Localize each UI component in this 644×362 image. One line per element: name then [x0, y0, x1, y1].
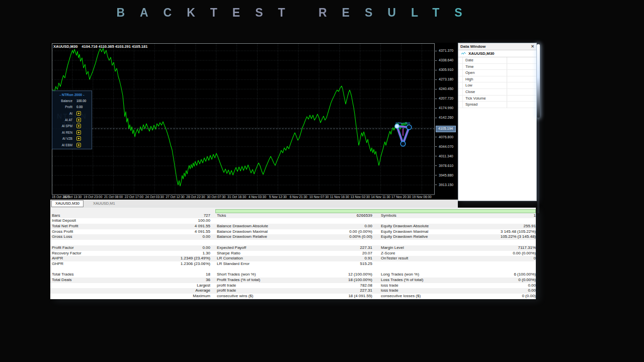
report-label: Balance Drawdown Maximal	[215, 229, 331, 235]
close-icon[interactable]: ✕	[531, 44, 534, 49]
report-value	[331, 218, 372, 224]
price-chart-plot[interactable]: NTRon 2000	[50, 43, 435, 200]
report-label: Balance Drawdown Absolute	[215, 224, 331, 229]
report-value: 3 145.48 (105.22%)	[494, 229, 536, 235]
ai-toggle-icon[interactable]	[76, 118, 81, 122]
scrollbar-glow-lower	[537, 118, 539, 213]
data-window-field-label: Spread	[465, 102, 477, 108]
report-label: Gross Profit	[50, 229, 170, 235]
report-value	[494, 267, 536, 273]
report-value: 18 (100.00%)	[331, 278, 372, 283]
data-window-field-label: Date	[465, 57, 473, 63]
price-axis-label: 4174.990	[435, 106, 453, 110]
ea-field-value: 100.00	[76, 99, 86, 103]
report-label	[379, 261, 494, 267]
chart-tab-strip: XAUUSD,M30 XAUUSD,M1	[50, 200, 458, 208]
scrollbar-glow[interactable]	[537, 44, 540, 118]
report-label: Total Trades	[50, 272, 170, 278]
report-row: Bars727Ticks6266539Symbols1	[50, 213, 536, 219]
report-value: 0.91	[331, 256, 372, 261]
report-value: 20.07	[331, 251, 372, 256]
report-value: 227.31	[331, 288, 372, 294]
tab-xauusd-m1[interactable]: XAUUSD,M1	[90, 201, 119, 207]
time-axis-label: 11 Nov 16:30	[330, 195, 349, 199]
chart-border	[52, 44, 435, 195]
data-window-field-row: Date	[458, 57, 536, 64]
history-quality-progress-bar	[215, 209, 536, 213]
report-value: Average	[170, 288, 210, 294]
ai-module-label: AI SPM	[52, 124, 72, 128]
report-label: consecutive wins ($)	[215, 294, 331, 299]
report-value	[331, 240, 372, 245]
ai-toggle-icon[interactable]	[76, 130, 81, 135]
report-value	[494, 208, 536, 209]
report-label: AHPR	[50, 256, 170, 261]
data-window-field-row: Low	[458, 82, 536, 89]
report-label	[50, 240, 170, 245]
report-value: 0.00	[170, 234, 210, 240]
ai-module-row: AI VZB	[52, 136, 92, 142]
report-value: 36	[170, 278, 210, 283]
report-value: 100%	[170, 208, 210, 209]
data-window-title: Data Window	[460, 44, 486, 49]
report-value: 6 (100.00%)	[494, 272, 536, 278]
time-axis-label: 16 Oct 13:30	[63, 195, 82, 199]
price-axis-label: 4011.340	[435, 154, 453, 158]
ai-module-label: AI EBM	[52, 143, 72, 147]
ai-toggle-icon[interactable]	[76, 124, 81, 128]
ai-toggle-icon[interactable]	[76, 111, 81, 116]
report-value: 255.91	[494, 224, 536, 229]
report-row	[50, 240, 536, 245]
report-label	[379, 218, 494, 224]
report-label: Equity Drawdown Absolute	[379, 224, 494, 229]
time-axis-label: 5 Nov 12:30	[269, 195, 287, 199]
price-axis-label: 4044.070	[435, 145, 453, 149]
data-window-field-label: High	[465, 76, 473, 82]
report-value: 0.00% (0.00)	[331, 234, 372, 240]
time-axis-label: 6 Nov 21:30	[290, 195, 307, 199]
report-value: 227.31	[331, 245, 372, 251]
time-axis-label: 24 Oct 03:30	[145, 195, 164, 199]
data-window-field-row: Time	[458, 64, 536, 70]
report-label: Z-Score	[379, 251, 494, 256]
chart-ohlc-header: XAUUSD,M30 4104.716 4110.365 4103.291 41…	[53, 44, 147, 49]
report-value	[170, 240, 210, 245]
report-label: GHPR	[50, 261, 170, 267]
report-label	[50, 267, 170, 273]
ai-toggle-icon[interactable]	[76, 143, 81, 147]
report-label: LR Correlation	[215, 256, 331, 261]
report-label: Long Trades (won %)	[379, 272, 494, 278]
report-label: Total Net Profit	[50, 224, 170, 229]
report-row: Maximumconsecutive wins ($)18 (4 091.55)…	[50, 294, 536, 299]
data-window-field-label: Close	[465, 89, 475, 95]
time-axis-label: 22 Oct 17:00	[125, 195, 143, 199]
report-label: Profit Factor	[50, 245, 170, 251]
data-window-symbol-row: XAUUSD,M30	[458, 50, 536, 57]
report-value: 1.2349 (23.49%)	[170, 256, 210, 261]
report-value: 1	[494, 213, 536, 219]
backtest-results-page: BACKTEST RESULTS NTRon 2000 XAUUSD,M30 4…	[0, 0, 644, 362]
report-row: Gross Profit4 091.55Balance Drawdown Max…	[50, 229, 536, 235]
report-label	[215, 218, 331, 224]
report-label	[379, 267, 494, 273]
tab-xauusd-m30[interactable]: XAUUSD,M30	[51, 200, 84, 207]
report-value: 0.00	[170, 245, 210, 251]
chart-grid	[52, 44, 434, 194]
report-value: 0	[494, 256, 536, 261]
time-axis-label: 19 Oct 23:00	[84, 195, 102, 199]
ea-field-row: Balance100.00	[52, 98, 92, 104]
backtest-report-table: History Quality100%Bars727Ticks6266539Sy…	[50, 208, 536, 299]
report-value: 4 091.55	[170, 229, 210, 235]
price-axis: 4105.194 4371.3704338.6404305.9104273.18…	[435, 43, 458, 200]
report-label: Recovery Factor	[50, 251, 170, 256]
report-row: Recovery Factor1.30Sharpe Ratio20.07Z-Sc…	[50, 251, 536, 256]
marker-node-topright	[407, 125, 412, 130]
report-value: 18 (4 091.55)	[331, 294, 372, 299]
ai-toggle-icon[interactable]	[76, 136, 81, 141]
ai-module-row: AI EBM	[52, 142, 92, 148]
report-value	[331, 267, 372, 273]
report-label: Short Trades (won %)	[215, 272, 331, 278]
report-label: Balance Drawdown Relative	[215, 234, 331, 240]
report-value: 7117.31%	[494, 245, 536, 251]
report-value: 0.00	[494, 288, 536, 294]
